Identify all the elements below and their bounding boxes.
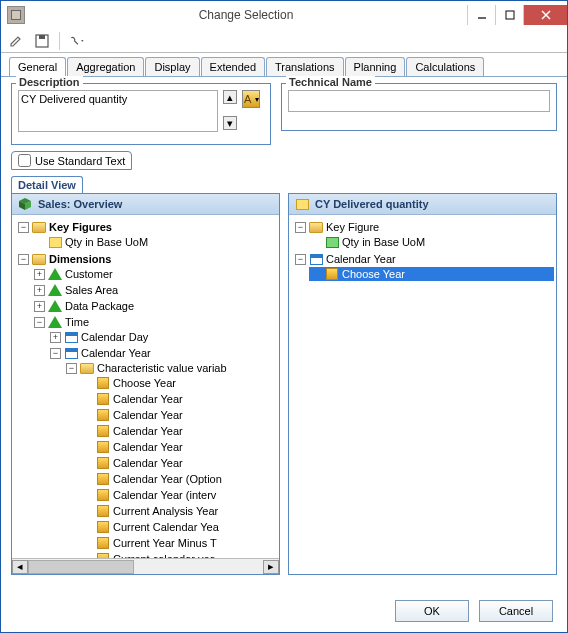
selection-pane: CY Delivered quantity −Key Figure Qty in… <box>288 193 557 575</box>
tab-display[interactable]: Display <box>145 57 199 76</box>
source-tree[interactable]: −Key Figures Qty in Base UoM −Dimensions… <box>12 215 279 558</box>
selected-node[interactable]: Choose Year <box>309 267 554 281</box>
variable-icon <box>326 268 338 280</box>
tree-node-calendar-day[interactable]: Calendar Day <box>81 331 148 343</box>
collapse-icon[interactable]: − <box>50 348 61 359</box>
text-helper-button[interactable]: A▾ <box>242 90 260 108</box>
tree-node-data-package[interactable]: Data Package <box>65 300 134 312</box>
key-figure-icon <box>296 199 309 210</box>
tab-calculations[interactable]: Calculations <box>406 57 484 76</box>
collapse-icon[interactable]: − <box>295 222 306 233</box>
tab-planning[interactable]: Planning <box>345 57 406 76</box>
tree-node-calendar-year[interactable]: Calendar Year <box>81 347 151 359</box>
tree-node-variable[interactable]: Calendar Year <box>113 393 183 405</box>
technical-name-input[interactable] <box>288 90 550 112</box>
cancel-button[interactable]: Cancel <box>479 600 553 622</box>
expand-icon[interactable]: + <box>34 285 45 296</box>
selection-tree[interactable]: −Key Figure Qty in Base UoM −Calendar Ye… <box>289 215 556 574</box>
tree-node-variable[interactable]: Current Analysis Year <box>113 505 218 517</box>
collapse-icon[interactable]: − <box>66 363 77 374</box>
close-button[interactable] <box>523 5 567 25</box>
ok-button[interactable]: OK <box>395 600 469 622</box>
tree-node-variable[interactable]: Current calendar yea <box>113 553 216 558</box>
variable-icon <box>97 441 109 453</box>
tree-node-key-figures[interactable]: Key Figures <box>49 221 112 233</box>
tree-node-variable[interactable]: Calendar Year <box>113 425 183 437</box>
variable-icon <box>97 393 109 405</box>
source-pane-header: Sales: Overview <box>12 194 279 215</box>
app-icon <box>7 6 25 24</box>
ok-label: OK <box>424 605 440 617</box>
collapse-icon[interactable]: − <box>34 317 45 328</box>
tab-translations[interactable]: Translations <box>266 57 344 76</box>
tab-general[interactable]: General <box>9 57 66 76</box>
variable-icon <box>97 505 109 517</box>
tab-aggregation[interactable]: Aggregation <box>67 57 144 76</box>
tree-node-variable[interactable]: Choose Year <box>113 377 176 389</box>
expand-icon[interactable]: + <box>50 332 61 343</box>
tab-label: Display <box>154 61 190 73</box>
svg-text:A: A <box>244 93 252 105</box>
tree-node-qty[interactable]: Qty in Base UoM <box>342 236 425 248</box>
tree-node-variable[interactable]: Calendar Year (interv <box>113 489 216 501</box>
tree-node-char-var[interactable]: Characteristic value variab <box>97 362 227 374</box>
maximize-button[interactable] <box>495 5 523 25</box>
tree-node-qty[interactable]: Qty in Base UoM <box>65 236 148 248</box>
detail-view-label: Detail View <box>11 176 83 193</box>
tree-node-time[interactable]: Time <box>65 316 89 328</box>
scroll-up-icon[interactable]: ▴ <box>223 90 237 104</box>
collapse-icon[interactable]: − <box>18 254 29 265</box>
save-icon[interactable] <box>33 32 51 50</box>
use-standard-text-toggle[interactable]: Use Standard Text <box>11 151 132 170</box>
use-standard-text-label: Use Standard Text <box>35 155 125 167</box>
tree-node-variable[interactable]: Current Calendar Yea <box>113 521 219 533</box>
variable-icon <box>97 521 109 533</box>
expand-icon[interactable]: + <box>34 269 45 280</box>
use-standard-text-checkbox[interactable] <box>18 154 31 167</box>
description-label: Description <box>16 76 83 88</box>
variable-icon <box>97 489 109 501</box>
window-title: Change Selection <box>25 8 467 22</box>
tree-node-variable[interactable]: Calendar Year <box>113 457 183 469</box>
tree-node-key-figure[interactable]: Key Figure <box>326 221 379 233</box>
tree-node-variable[interactable]: Calendar Year (Option <box>113 473 222 485</box>
tree-node-variable[interactable]: Calendar Year <box>113 441 183 453</box>
date-icon <box>65 332 78 343</box>
wrench-dropdown-icon[interactable] <box>68 32 86 50</box>
scroll-down-icon[interactable]: ▾ <box>223 116 237 130</box>
toolbar <box>1 29 567 53</box>
description-input[interactable]: CY Delivered quantity <box>18 90 218 132</box>
tree-node-customer[interactable]: Customer <box>65 268 113 280</box>
svg-rect-5 <box>39 35 45 39</box>
scroll-track[interactable] <box>28 560 263 574</box>
tree-node-dimensions[interactable]: Dimensions <box>49 253 111 265</box>
key-figure-icon <box>49 237 62 248</box>
variable-icon <box>97 377 109 389</box>
cancel-label: Cancel <box>499 605 533 617</box>
expand-icon[interactable]: + <box>34 301 45 312</box>
variable-icon <box>97 409 109 421</box>
tree-node-choose-year: Choose Year <box>342 268 405 280</box>
tree-node-variable[interactable]: Calendar Year <box>113 409 183 421</box>
selection-pane-header: CY Delivered quantity <box>289 194 556 215</box>
folder-icon <box>32 222 46 233</box>
tab-label: Extended <box>210 61 256 73</box>
tree-node-variable[interactable]: Current Year Minus T <box>113 537 217 549</box>
key-figure-icon <box>326 237 339 248</box>
horizontal-scrollbar[interactable]: ◂ ▸ <box>12 558 279 574</box>
tree-node-sales-area[interactable]: Sales Area <box>65 284 118 296</box>
tree-node-calendar-year[interactable]: Calendar Year <box>326 253 396 265</box>
variable-icon <box>97 425 109 437</box>
minimize-button[interactable] <box>467 5 495 25</box>
collapse-icon[interactable]: − <box>295 254 306 265</box>
scroll-left-icon[interactable]: ◂ <box>12 560 28 574</box>
scroll-right-icon[interactable]: ▸ <box>263 560 279 574</box>
scroll-thumb[interactable] <box>28 560 134 574</box>
tab-label: Translations <box>275 61 335 73</box>
source-pane: Sales: Overview −Key Figures Qty in Base… <box>11 193 280 575</box>
folder-icon <box>32 254 46 265</box>
edit-icon[interactable] <box>7 32 25 50</box>
tab-extended[interactable]: Extended <box>201 57 265 76</box>
collapse-icon[interactable]: − <box>18 222 29 233</box>
variable-icon <box>97 457 109 469</box>
